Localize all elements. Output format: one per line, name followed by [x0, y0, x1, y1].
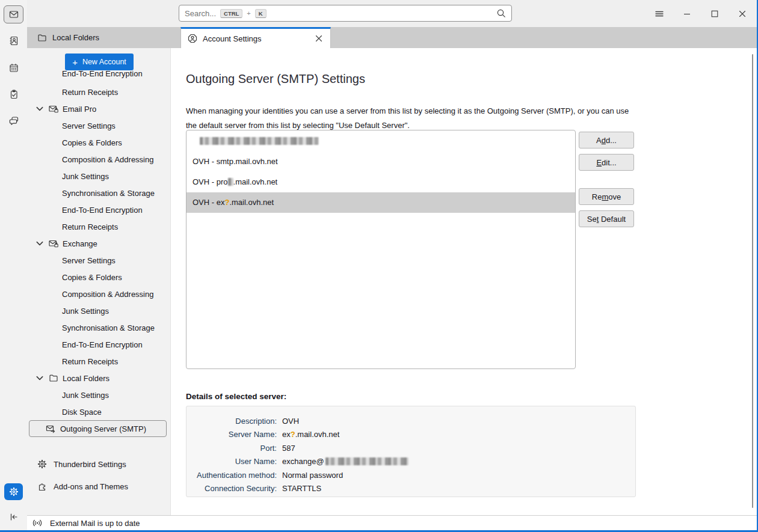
app-menu-button[interactable]	[652, 5, 667, 22]
detail-row: Connection Security:STARTTLS	[186, 482, 635, 496]
space-tasks-button[interactable]	[0, 84, 27, 105]
chevron-down-icon	[35, 104, 45, 114]
detail-row: User Name:exchange@	[186, 455, 635, 469]
sidebar-item-selected[interactable]: Outgoing Server (SMTP)	[29, 420, 167, 437]
tab-strip: Local Folders Account Settings	[27, 27, 757, 48]
smtp-server-list[interactable]: OVH - smtp.mail.ovh.netOVH - pro.mail.ov…	[186, 130, 576, 369]
sidebar-item[interactable]: Return Receipts	[27, 218, 170, 235]
kbd-plus: +	[247, 10, 250, 17]
detail-label: User Name:	[186, 457, 277, 466]
sidebar-item[interactable]: Return Receipts	[27, 353, 170, 370]
sidebar-item[interactable]: Copies & Folders	[27, 134, 170, 151]
sidebar-item-label: Junk Settings	[62, 391, 109, 400]
calendar-icon	[9, 63, 19, 73]
sidebar-item-label: End-To-End Encryption	[62, 206, 143, 215]
chat-icon	[9, 116, 19, 126]
sidebar-item[interactable]: End-To-End Encryption	[27, 336, 170, 353]
status-text: External Mail is up to date	[50, 519, 140, 528]
sidebar-item[interactable]: Disk Space	[27, 403, 170, 420]
new-account-label: New Account	[82, 58, 126, 66]
sidebar-item[interactable]: Server Settings	[27, 252, 170, 269]
set-default-button[interactable]: Set Default	[579, 210, 634, 227]
sidebar-item-thunderbird-settings[interactable]: Thunderbird Settings	[27, 456, 170, 472]
account-settings-sidebar: + New Account End-To-End EncryptionRetur…	[27, 48, 170, 515]
mail-account-icon	[49, 239, 58, 248]
sidebar-item[interactable]: Copies & Folders	[27, 269, 170, 286]
chevron-down-icon	[35, 239, 45, 248]
sidebar-item-label: Copies & Folders	[62, 138, 122, 147]
sidebar-item[interactable]: Junk Settings	[27, 387, 170, 403]
sidebar-item[interactable]: Return Receipts	[27, 84, 170, 100]
mail-space-selected-box	[4, 5, 23, 23]
space-chat-button[interactable]	[0, 110, 27, 132]
new-account-button[interactable]: + New Account	[65, 54, 134, 70]
sidebar-item[interactable]: Synchronisation & Storage	[27, 319, 170, 336]
close-button[interactable]	[735, 5, 750, 22]
tab-label: Account Settings	[203, 34, 308, 43]
detail-value: Normal password	[282, 471, 343, 480]
space-mail-button[interactable]	[0, 4, 27, 25]
tasks-icon	[9, 90, 19, 99]
detail-label: Port:	[186, 444, 277, 453]
gear-icon	[37, 459, 47, 469]
sidebar-item[interactable]: Exchange	[27, 235, 170, 252]
sidebar-item[interactable]: Junk Settings	[27, 168, 170, 185]
sidebar-item[interactable]: Local Folders	[27, 370, 170, 387]
add-button[interactable]: Add...	[579, 132, 634, 148]
vertical-scrollbar[interactable]	[752, 54, 753, 508]
sidebar-item-label: Composition & Addressing	[62, 155, 153, 164]
sidebar-item[interactable]: End-To-End Encryption	[27, 201, 170, 218]
sidebar-item-label: Synchronisation & Storage	[62, 323, 155, 332]
redacted-text	[200, 137, 319, 145]
search-input[interactable]: Search... CTRL + K	[179, 5, 512, 22]
space-calendar-button[interactable]	[0, 57, 27, 79]
kbd-ctrl: CTRL	[220, 9, 242, 18]
tab-close-button[interactable]	[313, 33, 324, 44]
outgoing-server-icon	[46, 424, 55, 433]
collapse-spaces-button[interactable]	[0, 506, 27, 528]
account-settings-icon	[188, 34, 197, 43]
sidebar-item-label: Junk Settings	[62, 172, 109, 181]
status-bar: External Mail is up to date	[27, 515, 757, 530]
sidebar-item-addons[interactable]: Add-ons and Themes	[27, 478, 170, 495]
detail-label: Connection Security:	[186, 484, 277, 493]
sidebar-item-label: Local Folders	[63, 374, 109, 383]
sidebar-footer-label: Thunderbird Settings	[54, 460, 126, 469]
server-list-item[interactable]: OVH - pro.mail.ovh.net	[186, 172, 575, 192]
detail-row: Server Name:ex?.mail.ovh.net	[186, 428, 635, 442]
close-icon	[738, 9, 747, 19]
sidebar-item[interactable]: Email Pro	[27, 100, 170, 117]
sidebar-item[interactable]: Junk Settings	[27, 302, 170, 319]
page-description: When managing your identities you can us…	[186, 104, 636, 133]
puzzle-icon	[37, 482, 47, 491]
maximize-icon	[710, 9, 719, 19]
sidebar-item[interactable]: End-To-End Encryption	[27, 71, 170, 84]
space-settings-button[interactable]	[0, 481, 27, 503]
maximize-button[interactable]	[707, 5, 722, 22]
sidebar-item[interactable]: Server Settings	[27, 117, 170, 134]
sidebar-item-label: Return Receipts	[62, 357, 118, 366]
redacted-text	[325, 457, 408, 465]
space-address-book-button[interactable]	[0, 30, 27, 52]
plus-icon: +	[72, 58, 78, 67]
redacted-char: ?	[224, 198, 229, 207]
remove-button[interactable]: Remove	[579, 188, 634, 205]
gear-icon	[9, 487, 19, 497]
sidebar-item-label: Junk Settings	[62, 307, 109, 316]
server-list-item[interactable]: OVH - ex?.mail.ovh.net	[186, 192, 575, 213]
server-list-item[interactable]	[186, 131, 575, 151]
folder-pane-header[interactable]: Local Folders	[27, 27, 170, 48]
broadcast-icon	[32, 518, 42, 528]
sidebar-item-label: Exchange	[63, 239, 97, 248]
tab-account-settings[interactable]: Account Settings	[180, 27, 331, 48]
server-list-item[interactable]: OVH - smtp.mail.ovh.net	[186, 151, 575, 172]
sidebar-item[interactable]: Synchronisation & Storage	[27, 185, 170, 201]
sidebar-item-label: Return Receipts	[62, 222, 118, 231]
minimize-button[interactable]	[680, 5, 694, 22]
sidebar-item[interactable]: Composition & Addressing	[27, 286, 170, 302]
sidebar-item-label: Email Pro	[63, 105, 96, 114]
sidebar-item[interactable]: Composition & Addressing	[27, 151, 170, 168]
edit-button[interactable]: Edit...	[579, 154, 634, 171]
sidebar-footer-label: Add-ons and Themes	[54, 482, 128, 491]
detail-value: 587	[282, 444, 295, 453]
